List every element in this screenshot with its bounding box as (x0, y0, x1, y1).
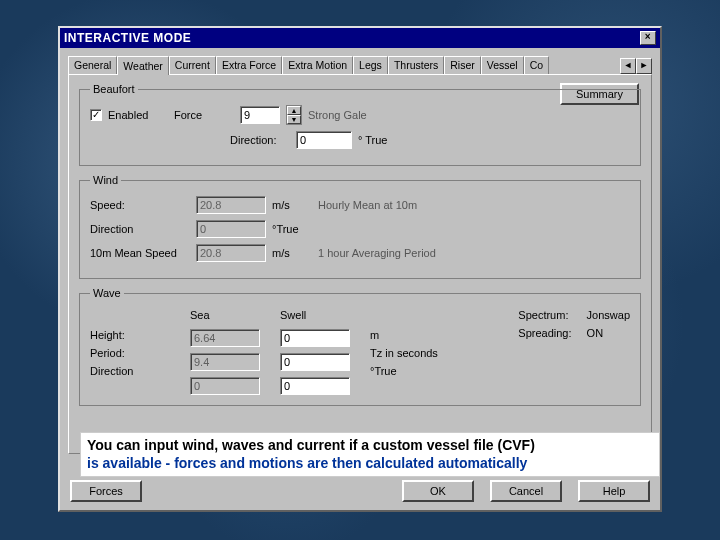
group-wind-legend: Wind (90, 174, 121, 186)
beaufort-enabled-label: Enabled (108, 109, 168, 121)
group-beaufort-legend: Beaufort (90, 83, 138, 95)
tab-left-icon[interactable]: ◄ (620, 58, 636, 74)
beaufort-force-input[interactable] (240, 106, 280, 124)
wind-direction-label: Direction (90, 223, 190, 235)
wave-swell-direction-input[interactable] (280, 377, 350, 395)
window-title: INTERACTIVE MODE (64, 31, 191, 45)
spin-down-icon[interactable]: ▼ (287, 115, 301, 124)
wave-col-swell: Swell (280, 309, 350, 323)
tab-legs[interactable]: Legs (353, 56, 388, 74)
beaufort-direction-unit: ° True (358, 134, 398, 146)
wave-sea-direction-input[interactable] (190, 377, 260, 395)
wave-spreading-label: Spreading: (518, 327, 571, 339)
tab-panel-weather: Summary Beaufort ✓ Enabled Force ▲ ▼ Str… (68, 74, 652, 454)
beaufort-enabled-checkbox[interactable]: ✓ (90, 109, 102, 121)
tab-thrusters[interactable]: Thrusters (388, 56, 444, 74)
wave-period-label: Period: (90, 347, 170, 359)
tab-extra-force[interactable]: Extra Force (216, 56, 282, 74)
wind-speed-label: Speed: (90, 199, 190, 211)
ok-button[interactable]: OK (402, 480, 474, 502)
annotation-line1: You can input wind, waves and current if… (87, 437, 535, 453)
client-area: General Weather Current Extra Force Extr… (60, 48, 660, 462)
wave-direction-label: Direction (90, 365, 170, 377)
group-wave-legend: Wave (90, 287, 124, 299)
dialog-button-row: Forces OK Cancel Help (70, 480, 650, 502)
wind-mean-label: 10m Mean Speed (90, 247, 190, 259)
group-wave: Wave Height: Period: Direction Sea (79, 287, 641, 406)
tab-riser[interactable]: Riser (444, 56, 481, 74)
tab-scroll: ◄ ► (620, 58, 652, 74)
tab-weather[interactable]: Weather (117, 56, 169, 75)
beaufort-force-label: Force (174, 109, 234, 121)
wind-mean-unit: m/s (272, 247, 312, 259)
wind-mean-input[interactable] (196, 244, 266, 262)
forces-button[interactable]: Forces (70, 480, 142, 502)
wind-mean-note: 1 hour Averaging Period (318, 247, 436, 259)
wind-speed-note: Hourly Mean at 10m (318, 199, 417, 211)
tab-strip: General Weather Current Extra Force Extr… (68, 54, 652, 74)
tab-current[interactable]: Current (169, 56, 216, 74)
wind-speed-input[interactable] (196, 196, 266, 214)
spin-up-icon[interactable]: ▲ (287, 106, 301, 115)
help-button[interactable]: Help (578, 480, 650, 502)
beaufort-force-desc: Strong Gale (308, 109, 367, 121)
wave-direction-unit: °True (370, 365, 438, 377)
wind-direction-input[interactable] (196, 220, 266, 238)
wave-col-sea: Sea (190, 309, 260, 323)
wave-spectrum-label: Spectrum: (518, 309, 568, 321)
wave-height-unit: m (370, 329, 438, 341)
annotation-overlay: You can input wind, waves and current if… (80, 432, 660, 477)
beaufort-force-spinner[interactable]: ▲ ▼ (286, 105, 302, 125)
wave-spectrum-value: Jonswap (587, 309, 630, 321)
wave-swell-height-input[interactable] (280, 329, 350, 347)
cancel-button[interactable]: Cancel (490, 480, 562, 502)
close-icon[interactable]: × (640, 31, 656, 45)
titlebar: INTERACTIVE MODE × (60, 28, 660, 48)
tab-vessel[interactable]: Vessel (481, 56, 524, 74)
annotation-line2: is available - forces and motions are th… (87, 455, 527, 471)
beaufort-direction-input[interactable] (296, 131, 352, 149)
tab-extra-motion[interactable]: Extra Motion (282, 56, 353, 74)
tab-general[interactable]: General (68, 56, 117, 74)
wave-sea-height-input[interactable] (190, 329, 260, 347)
wind-direction-unit: °True (272, 223, 312, 235)
wind-speed-unit: m/s (272, 199, 312, 211)
group-beaufort: Beaufort ✓ Enabled Force ▲ ▼ Strong Gale… (79, 83, 641, 166)
tab-right-icon[interactable]: ► (636, 58, 652, 74)
tab-co[interactable]: Co (524, 56, 549, 74)
wave-sea-period-input[interactable] (190, 353, 260, 371)
wave-swell-period-input[interactable] (280, 353, 350, 371)
group-wind: Wind Speed: m/s Hourly Mean at 10m Direc… (79, 174, 641, 279)
beaufort-direction-label: Direction: (230, 134, 290, 146)
wave-spreading-value: ON (587, 327, 604, 339)
wave-period-unit: Tz in seconds (370, 347, 438, 359)
wave-height-label: Height: (90, 329, 170, 341)
